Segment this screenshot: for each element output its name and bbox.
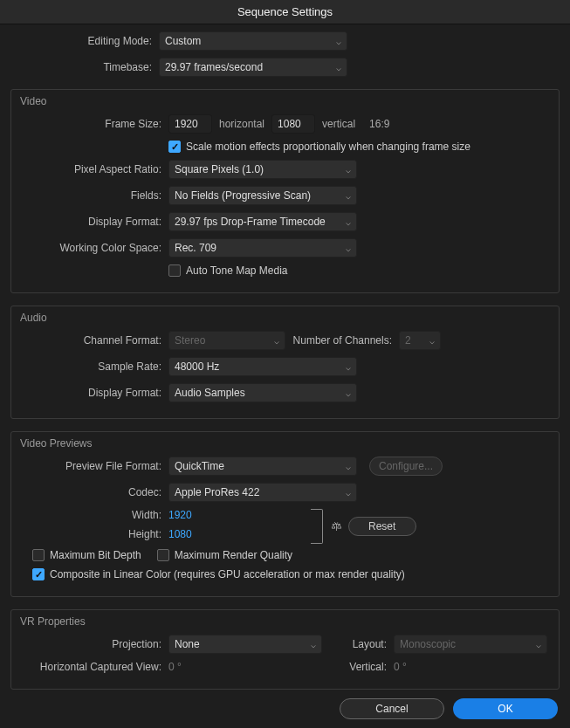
max-bit-depth-checkbox[interactable] bbox=[32, 549, 45, 561]
chevron-down-icon: ⌵ bbox=[346, 362, 351, 372]
composite-linear-label: Composite in Linear Color (requires GPU … bbox=[50, 568, 405, 580]
max-render-quality-checkbox[interactable] bbox=[157, 549, 169, 561]
channel-format-label: Channel Format: bbox=[20, 334, 168, 347]
layout-select: Monoscopic ⌵ bbox=[394, 635, 547, 654]
projection-label: Projection: bbox=[20, 638, 168, 650]
color-space-select[interactable]: Rec. 709 ⌵ bbox=[168, 238, 357, 258]
color-space-label: Working Color Space: bbox=[20, 242, 168, 254]
preview-height-value[interactable]: 1080 bbox=[168, 528, 192, 540]
layout-label: Layout: bbox=[322, 638, 394, 650]
previews-group: Video Previews Preview File Format: Quic… bbox=[10, 431, 560, 597]
horiz-captured-label: Horizontal Captured View: bbox=[20, 661, 168, 673]
num-channels-label: Number of Channels: bbox=[285, 334, 399, 347]
sample-rate-select[interactable]: 48000 Hz ⌵ bbox=[168, 357, 357, 376]
timebase-label: Timebase: bbox=[10, 61, 159, 73]
framesize-width-input[interactable] bbox=[168, 114, 212, 134]
video-display-format-select[interactable]: 29.97 fps Drop-Frame Timecode ⌵ bbox=[168, 212, 357, 231]
chevron-down-icon: ⌵ bbox=[346, 191, 351, 201]
preview-format-value: QuickTime bbox=[175, 460, 224, 472]
audio-group: Audio Channel Format: Stereo ⌵ Number of… bbox=[10, 306, 560, 419]
video-display-format-value: 29.97 fps Drop-Frame Timecode bbox=[175, 216, 326, 228]
framesize-aspect: 16:9 bbox=[369, 118, 389, 130]
pixel-aspect-label: Pixel Aspect Ratio: bbox=[20, 163, 168, 175]
audio-display-format-value: Audio Samples bbox=[175, 387, 245, 399]
preview-width-label: Width: bbox=[20, 509, 168, 521]
video-legend: Video bbox=[20, 95, 46, 107]
layout-value: Monoscopic bbox=[400, 638, 456, 650]
chevron-down-icon: ⌵ bbox=[274, 336, 279, 346]
audio-display-format-select[interactable]: Audio Samples ⌵ bbox=[168, 383, 357, 402]
codec-label: Codec: bbox=[20, 486, 168, 498]
chevron-down-icon: ⌵ bbox=[311, 640, 316, 649]
vr-group: VR Properties Projection: None ⌵ Layout:… bbox=[10, 609, 560, 690]
framesize-vert-text: vertical bbox=[322, 118, 355, 130]
composite-linear-checkbox[interactable] bbox=[32, 568, 45, 580]
num-channels-select: 2 ⌵ bbox=[399, 331, 441, 350]
audio-legend: Audio bbox=[20, 312, 47, 324]
cancel-button[interactable]: Cancel bbox=[340, 698, 444, 719]
chevron-down-icon: ⌵ bbox=[429, 336, 435, 346]
max-render-quality-label: Maximum Render Quality bbox=[175, 549, 292, 561]
preview-width-value[interactable]: 1920 bbox=[168, 509, 192, 521]
framesize-height-input[interactable] bbox=[271, 114, 315, 134]
timebase-value: 29.97 frames/second bbox=[165, 61, 263, 73]
chevron-down-icon: ⌵ bbox=[346, 244, 351, 253]
vr-legend: VR Properties bbox=[20, 615, 86, 628]
timebase-select[interactable]: 29.97 frames/second ⌵ bbox=[159, 58, 347, 77]
color-space-value: Rec. 709 bbox=[175, 242, 216, 254]
chevron-down-icon: ⌵ bbox=[536, 640, 541, 649]
projection-value: None bbox=[175, 638, 200, 650]
dialog-title: Sequence Settings bbox=[0, 0, 570, 24]
pixel-aspect-select[interactable]: Square Pixels (1.0) ⌵ bbox=[168, 160, 357, 179]
audio-display-format-label: Display Format: bbox=[20, 387, 168, 399]
preview-height-label: Height: bbox=[20, 528, 168, 540]
preview-format-select[interactable]: QuickTime ⌵ bbox=[168, 457, 357, 476]
chevron-down-icon: ⌵ bbox=[346, 388, 351, 398]
sample-rate-label: Sample Rate: bbox=[20, 361, 168, 373]
fields-value: No Fields (Progressive Scan) bbox=[175, 189, 311, 202]
scale-motion-label: Scale motion effects proportionally when… bbox=[186, 141, 470, 153]
channel-format-select: Stereo ⌵ bbox=[168, 331, 285, 350]
preview-format-label: Preview File Format: bbox=[20, 460, 168, 472]
codec-select[interactable]: Apple ProRes 422 ⌵ bbox=[168, 483, 357, 502]
projection-select[interactable]: None ⌵ bbox=[168, 635, 322, 654]
video-group: Video Frame Size: horizontal vertical 16… bbox=[10, 89, 560, 293]
codec-value: Apple ProRes 422 bbox=[175, 486, 259, 498]
editing-mode-label: Editing Mode: bbox=[10, 35, 159, 47]
max-bit-depth-label: Maximum Bit Depth bbox=[50, 549, 141, 561]
editing-mode-value: Custom bbox=[165, 35, 201, 47]
fields-select[interactable]: No Fields (Progressive Scan) ⌵ bbox=[168, 186, 357, 205]
num-channels-value: 2 bbox=[405, 334, 411, 347]
reset-button[interactable]: Reset bbox=[348, 517, 416, 536]
editing-mode-select[interactable]: Custom ⌵ bbox=[159, 31, 347, 51]
auto-tonemap-label: Auto Tone Map Media bbox=[186, 264, 288, 277]
vert-captured-label: Vertical: bbox=[322, 661, 394, 673]
auto-tonemap-checkbox[interactable] bbox=[168, 264, 181, 277]
chevron-down-icon: ⌵ bbox=[346, 217, 351, 227]
chevron-down-icon: ⌵ bbox=[336, 63, 341, 72]
previews-legend: Video Previews bbox=[20, 437, 93, 450]
sample-rate-value: 48000 Hz bbox=[175, 361, 219, 373]
configure-button: Configure... bbox=[369, 457, 443, 476]
pixel-aspect-value: Square Pixels (1.0) bbox=[175, 163, 264, 175]
video-display-format-label: Display Format: bbox=[20, 216, 168, 228]
link-icon[interactable]: 𐄷 bbox=[330, 520, 341, 533]
framesize-horiz-text: horizontal bbox=[219, 118, 264, 130]
vert-captured-value: 0 ° bbox=[394, 661, 407, 673]
channel-format-value: Stereo bbox=[175, 334, 205, 347]
horiz-captured-value: 0 ° bbox=[168, 661, 182, 673]
chevron-down-icon: ⌵ bbox=[336, 37, 341, 46]
chevron-down-icon: ⌵ bbox=[346, 165, 351, 175]
fields-label: Fields: bbox=[20, 189, 168, 202]
chevron-down-icon: ⌵ bbox=[346, 488, 351, 498]
framesize-label: Frame Size: bbox=[20, 118, 168, 130]
ok-button[interactable]: OK bbox=[453, 698, 558, 719]
scale-motion-checkbox[interactable] bbox=[168, 141, 181, 153]
chevron-down-icon: ⌵ bbox=[346, 462, 351, 471]
link-bracket-icon bbox=[311, 509, 323, 544]
